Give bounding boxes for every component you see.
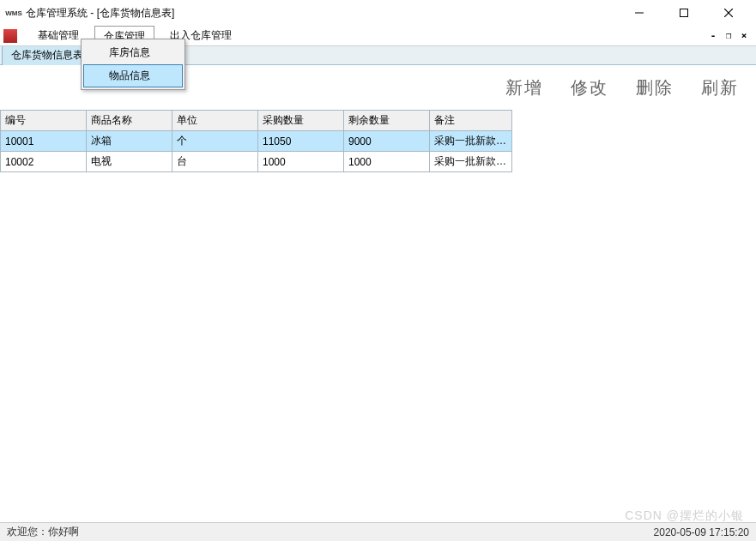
cell-remark[interactable]: 采购一批新款… (430, 131, 512, 152)
svg-rect-1 (680, 9, 688, 17)
titlebar: WMS 仓库管理系统 - [仓库货物信息表] (0, 0, 756, 26)
status-welcome-prefix: 欢迎您： (7, 525, 48, 539)
col-remark[interactable]: 备注 (430, 111, 512, 131)
table-row[interactable]: 10002电视台10001000采购一批新款… (1, 152, 512, 172)
mdi-restore-icon[interactable]: ❐ (722, 29, 735, 43)
status-datetime: 2020-05-09 17:15:20 (654, 526, 749, 538)
mdi-controls: - ❐ × (706, 29, 756, 43)
content-area: 编号 商品名称 单位 采购数量 剩余数量 备注 10001冰箱个11050900… (0, 110, 756, 522)
minimize-button[interactable] (622, 1, 656, 25)
cell-id[interactable]: 10001 (1, 131, 87, 152)
refresh-button[interactable]: 刷新 (701, 76, 739, 99)
app-icon: WMS (7, 6, 21, 20)
close-button[interactable] (711, 1, 746, 25)
mdi-close-icon[interactable]: × (737, 29, 751, 43)
cell-id[interactable]: 10002 (1, 152, 87, 172)
statusbar: 欢迎您： 你好啊 2020-05-09 17:15:20 (0, 522, 756, 541)
doc-tab-inventory[interactable]: 仓库货物信息表 (2, 45, 93, 65)
cell-purchase_qty[interactable]: 1000 (258, 152, 344, 172)
cell-name[interactable]: 电视 (87, 152, 172, 172)
dropdown-item-goods-info[interactable]: 物品信息 (83, 64, 183, 87)
cell-unit[interactable]: 个 (172, 131, 258, 152)
add-button[interactable]: 新增 (505, 76, 543, 99)
grid-header: 编号 商品名称 单位 采购数量 剩余数量 备注 (1, 111, 512, 131)
inventory-grid[interactable]: 编号 商品名称 单位 采购数量 剩余数量 备注 10001冰箱个11050900… (0, 110, 512, 172)
cell-remark[interactable]: 采购一批新款… (430, 152, 512, 172)
dropdown-item-room-info[interactable]: 库房信息 (83, 41, 183, 64)
delete-button[interactable]: 删除 (636, 76, 674, 99)
col-unit[interactable]: 单位 (172, 111, 258, 131)
col-purchase-qty[interactable]: 采购数量 (258, 111, 344, 131)
cell-remain_qty[interactable]: 9000 (344, 131, 430, 152)
cell-unit[interactable]: 台 (172, 152, 258, 172)
col-name[interactable]: 商品名称 (87, 111, 172, 131)
maximize-button[interactable] (667, 1, 701, 25)
cell-remain_qty[interactable]: 1000 (344, 152, 430, 172)
col-id[interactable]: 编号 (1, 111, 87, 131)
edit-button[interactable]: 修改 (571, 76, 608, 99)
window-controls (622, 1, 753, 25)
menu-basic[interactable]: 基础管理 (29, 26, 88, 45)
window-title: 仓库管理系统 - [仓库货物信息表] (26, 6, 622, 21)
mdi-minimize-icon[interactable]: - (706, 29, 720, 43)
status-username: 你好啊 (48, 525, 79, 539)
table-row[interactable]: 10001冰箱个110509000采购一批新款… (1, 131, 512, 152)
col-remain-qty[interactable]: 剩余数量 (344, 111, 430, 131)
mdi-child-icon (3, 29, 17, 43)
cell-purchase_qty[interactable]: 11050 (258, 131, 344, 152)
cell-name[interactable]: 冰箱 (87, 131, 172, 152)
menu-warehouse-dropdown: 库房信息 物品信息 (81, 39, 185, 90)
